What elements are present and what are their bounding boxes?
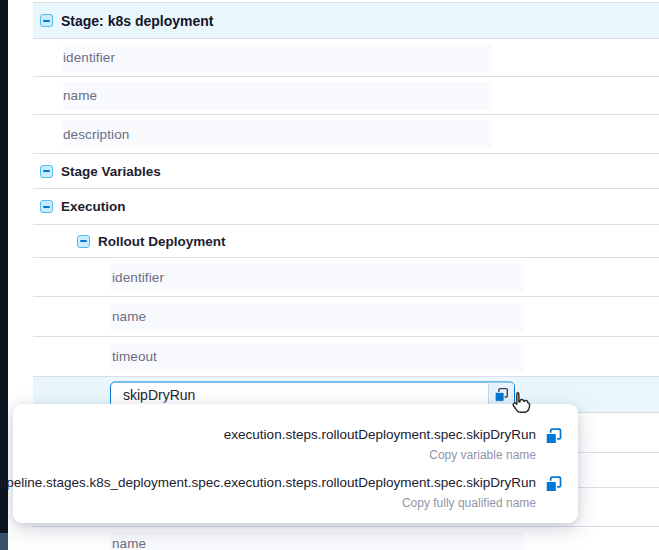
stage-title: Stage: k8s deployment (61, 13, 214, 29)
collapse-minus-icon[interactable] (40, 14, 53, 27)
value-field (110, 532, 524, 550)
value-field (63, 82, 492, 110)
variable-row-description[interactable]: description (33, 115, 659, 154)
collapse-minus-icon[interactable] (77, 235, 90, 248)
group-label: Execution (61, 199, 126, 214)
stage-header-row[interactable]: Stage: k8s deployment (33, 2, 659, 39)
group-row-stage-variables[interactable]: Stage Variables (33, 154, 659, 189)
copy-icon[interactable] (545, 476, 562, 493)
variable-row-identifier[interactable]: identifier (33, 39, 659, 77)
left-rail (0, 0, 8, 550)
variable-row-bottom-name[interactable]: name (33, 527, 659, 550)
pipeline-variables-screen: Stage: k8s deployment identifier name de… (0, 0, 659, 550)
group-row-execution[interactable]: Execution (33, 189, 659, 225)
variable-label: identifier (63, 50, 115, 65)
variable-path-text: pipeline.stages.k8s_deployment.spec.exec… (0, 474, 536, 491)
group-row-rollout-deployment[interactable]: Rollout Deployment (33, 225, 659, 258)
value-field (110, 303, 524, 331)
copy-variable-popover: execution.steps.rolloutDeployment.spec.s… (13, 404, 578, 523)
copy-icon (494, 387, 509, 402)
variable-label: name (112, 309, 146, 324)
variable-label: description (63, 127, 129, 142)
copy-icon[interactable] (545, 428, 562, 445)
group-label: Rollout Deployment (98, 234, 226, 249)
collapse-minus-icon[interactable] (40, 200, 53, 213)
variable-row-step-timeout[interactable]: timeout (33, 337, 659, 377)
variable-row-name[interactable]: name (33, 77, 659, 115)
group-label: Stage Variables (61, 164, 161, 179)
value-field (63, 44, 492, 72)
copy-fqn-option[interactable]: pipeline.stages.k8s_deployment.spec.exec… (29, 474, 562, 510)
collapse-minus-icon[interactable] (40, 165, 53, 178)
variable-row-step-name[interactable]: name (33, 297, 659, 337)
copy-option-texts: execution.steps.rolloutDeployment.spec.s… (224, 426, 536, 462)
copy-action-label: Copy fully qualified name (402, 496, 536, 510)
variable-label: name (112, 536, 146, 550)
copy-variable-name-option[interactable]: execution.steps.rolloutDeployment.spec.s… (29, 426, 562, 462)
value-field (110, 263, 524, 291)
variable-label: timeout (112, 349, 157, 364)
variable-label: identifier (112, 270, 164, 285)
rail-accent (0, 533, 8, 550)
copy-option-texts: pipeline.stages.k8s_deployment.spec.exec… (0, 474, 536, 510)
variable-label: name (63, 88, 97, 103)
copy-action-label: Copy variable name (429, 448, 536, 462)
variable-path-text: execution.steps.rolloutDeployment.spec.s… (224, 426, 536, 443)
variable-row-step-identifier[interactable]: identifier (33, 258, 659, 297)
value-field (110, 343, 524, 371)
